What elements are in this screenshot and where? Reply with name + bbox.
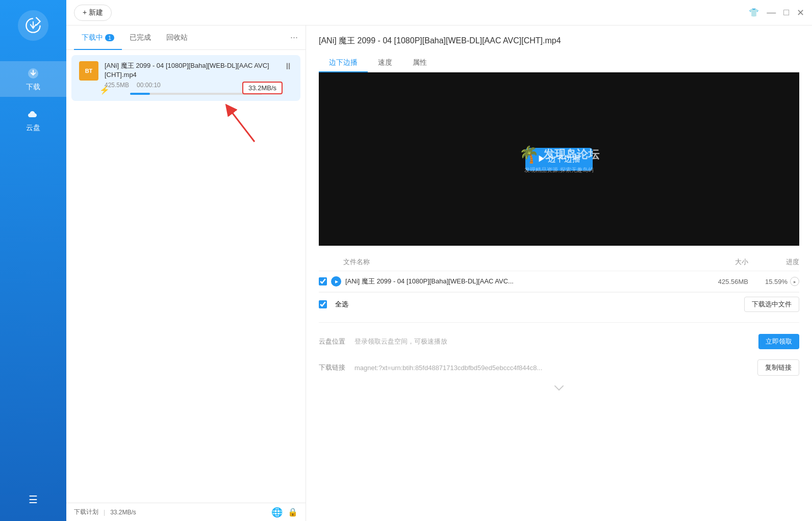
tab-downloading-badge: 1 [105, 34, 114, 41]
download-tabs: 下载中 1 已完成 回收站 ··· [66, 25, 306, 50]
download-item[interactable]: BT [ANi] 魔王 2099 - 04 [1080P][Baha][WEB-… [71, 55, 300, 101]
menu-icon[interactable]: ☰ [23, 488, 43, 511]
status-divider: | [104, 509, 105, 516]
file-item-name: [ANi] 魔王 2099 - 04 [1080P][Baha][WEB-DL]… [345, 277, 697, 286]
left-panel: 下载中 1 已完成 回收站 ··· BT [66, 25, 306, 521]
file-item-size: 425.56MB [697, 278, 748, 285]
detail-tab-stream[interactable]: 边下边播 [319, 54, 368, 71]
download-controls: ⏸ [284, 61, 293, 72]
minimize-button[interactable]: — [767, 7, 776, 18]
sidebar: 下载 云盘 ☰ [0, 0, 66, 521]
download-duration: 00:00:10 [137, 82, 161, 89]
magnet-value: magnet:?xt=urn:btih:85fd48871713cdbfbd59… [354, 364, 757, 372]
cloud-label: 云盘位置 [319, 337, 354, 346]
speed-badge: 33.2MB/s [242, 82, 283, 94]
detail-tabs: 边下边播 速度 属性 [319, 54, 799, 72]
status-speed: 33.2MB/s [110, 509, 136, 516]
detail-tab-properties[interactable]: 属性 [402, 54, 437, 71]
file-item-play-button[interactable] [790, 277, 799, 286]
right-panel: [ANi] 魔王 2099 - 04 [1080P][Baha][WEB-DL]… [306, 25, 812, 521]
status-plan-label: 下载计划 [74, 508, 98, 516]
cloud-value: 登录领取云盘空间，可极速播放 [354, 337, 758, 346]
right-panel-title: [ANi] 魔王 2099 - 04 [1080P][Baha][WEB-DL]… [319, 36, 799, 46]
select-all-label: 全选 [335, 300, 348, 309]
main-content: + 新建 👕 — □ ✕ 下载中 1 已完成 回收站 · [66, 0, 812, 521]
select-all-checkbox[interactable] [319, 300, 327, 308]
titlebar-controls: 👕 — □ ✕ [749, 7, 804, 18]
sidebar-bottom: ☰ [23, 488, 43, 511]
pause-button[interactable]: ⏸ [284, 61, 293, 72]
sidebar-item-cloud-label: 云盘 [26, 123, 40, 133]
play-stream-button[interactable]: ▶ 边下边播 [525, 148, 593, 171]
info-section: 云盘位置 登录领取云盘空间，可极速播放 立即领取 下载链接 magnet:?xt… [319, 322, 799, 395]
bt-file-icon: BT [79, 61, 98, 81]
file-list-section: 文件名称 大小 进度 [ANi] 魔王 2099 - 04 [1080P][Ba… [319, 253, 799, 316]
select-all-row: 全选 下载选中文件 [319, 292, 799, 316]
progress-fill [130, 93, 150, 95]
tab-trash[interactable]: 回收站 [159, 25, 195, 50]
sidebar-nav: 下载 云盘 [0, 61, 66, 138]
sidebar-item-cloud[interactable]: 云盘 [0, 102, 66, 138]
ie-icon: 🌐 [271, 507, 283, 518]
cloud-icon [26, 107, 40, 121]
new-button[interactable]: + 新建 [74, 5, 112, 21]
maximize-button[interactable]: □ [783, 7, 789, 18]
download-list: BT [ANi] 魔王 2099 - 04 [1080P][Baha][WEB-… [66, 50, 306, 503]
cloud-action-button[interactable]: 立即领取 [758, 334, 799, 349]
titlebar: + 新建 👕 — □ ✕ [66, 0, 812, 25]
detail-tab-speed[interactable]: 速度 [368, 54, 402, 71]
chevron-down-icon[interactable] [319, 381, 799, 395]
file-play-icon[interactable] [331, 276, 341, 286]
file-list-header: 文件名称 大小 进度 [319, 253, 799, 271]
file-list-item: [ANi] 魔王 2099 - 04 [1080P][Baha][WEB-DL]… [319, 271, 799, 292]
content-area: 下载中 1 已完成 回收站 ··· BT [66, 25, 812, 521]
file-list-col-size: 大小 [697, 257, 748, 267]
download-filename: [ANi] 魔王 2099 - 04 [1080P][Baha][WEB-DL]… [105, 61, 277, 80]
shirt-icon[interactable]: 👕 [749, 8, 759, 17]
arrow-annotation [214, 103, 275, 144]
close-button[interactable]: ✕ [797, 7, 804, 18]
file-list-col-progress: 进度 [748, 257, 799, 267]
lock-icon: 🔒 [288, 507, 298, 517]
file-list-col-name: 文件名称 [343, 257, 697, 267]
status-bar: 下载计划 | 33.2MB/s 🌐 🔒 [66, 503, 306, 521]
video-preview: ▶ 边下边播 🌴 发现岛论坛 发现精品资源,探索无趣岛屿 [319, 72, 799, 246]
tabs-more-icon[interactable]: ··· [290, 32, 298, 43]
file-checkbox[interactable] [319, 277, 327, 285]
tab-downloading[interactable]: 下载中 1 [74, 25, 122, 50]
magnet-row: 下载链接 magnet:?xt=urn:btih:85fd48871713cdb… [319, 354, 799, 381]
download-selected-button[interactable]: 下载选中文件 [744, 297, 799, 312]
file-item-progress: 15.59% [748, 277, 799, 286]
magnet-label: 下载链接 [319, 363, 354, 372]
sidebar-item-download-label: 下载 [26, 83, 40, 92]
app-logo [18, 10, 48, 41]
cloud-row: 云盘位置 登录领取云盘空间，可极速播放 立即领取 [319, 329, 799, 354]
lightning-icon: ⚡ [99, 85, 110, 95]
copy-link-button[interactable]: 复制链接 [757, 359, 799, 376]
sidebar-item-download[interactable]: 下载 [0, 61, 66, 97]
download-icon [26, 66, 40, 81]
tab-completed[interactable]: 已完成 [122, 25, 159, 50]
